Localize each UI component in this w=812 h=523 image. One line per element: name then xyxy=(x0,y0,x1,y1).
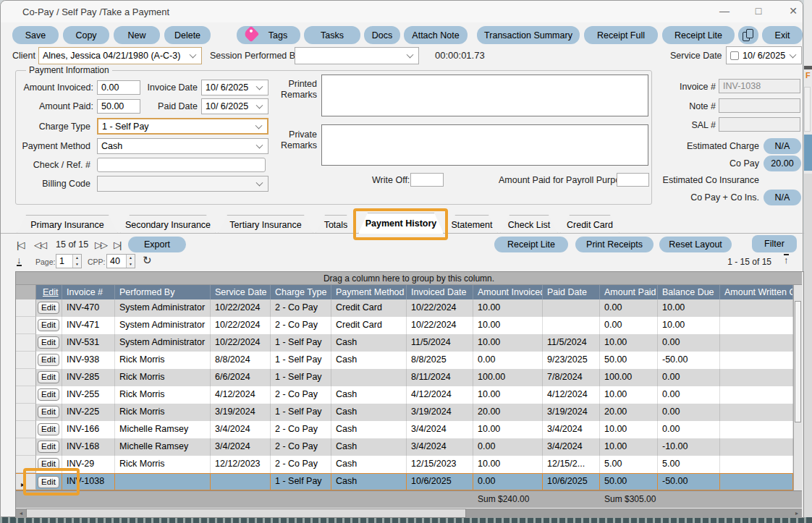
download-icon[interactable]: ↓ xyxy=(17,255,22,266)
column-header-amount-paid[interactable]: Amount Paid xyxy=(600,285,658,299)
page-spinner[interactable]: 1 ▲▼ xyxy=(56,254,82,268)
printed-remarks-textarea[interactable] xyxy=(321,75,648,116)
edit-button[interactable]: Edit xyxy=(38,319,59,331)
write-off-input[interactable] xyxy=(410,173,444,187)
previous-record-icon[interactable]: ◁◁ xyxy=(34,239,46,250)
vertical-scrollbar-thumb[interactable] xyxy=(795,301,801,422)
payment-method-combobox[interactable]: Cash xyxy=(97,138,268,154)
edit-button[interactable]: Edit xyxy=(38,371,59,383)
tab-statement[interactable]: Statement xyxy=(446,215,498,234)
group-by-hint[interactable]: Drag a column here to group by this colu… xyxy=(16,272,802,285)
column-header-invoice-[interactable]: Invoice # xyxy=(62,285,115,299)
grid-row-INV-938[interactable]: EditINV-938Rick Morris8/8/20241 - Self P… xyxy=(16,352,793,369)
grid-row-INV-1038[interactable]: ▸EditINV-10381 - Self PayCash10/6/20250.… xyxy=(16,473,793,490)
next-record-icon[interactable]: ▷▷ xyxy=(95,239,106,250)
receipt-full-button[interactable]: Receipt Full xyxy=(584,26,658,44)
transaction-summary-button[interactable]: Transaction Summary xyxy=(477,26,580,44)
attach-note-button[interactable]: Attach Note xyxy=(404,26,468,44)
last-record-icon[interactable]: ▷| xyxy=(114,239,120,250)
column-header-paid-date[interactable]: Paid Date xyxy=(543,285,600,299)
tab-credit-card[interactable]: Credit Card xyxy=(560,215,619,234)
close-button[interactable]: ✕ xyxy=(782,5,804,17)
grid-row-INV-168[interactable]: EditINV-168Michelle Ramsey3/4/20242 - Co… xyxy=(16,438,793,456)
check-ref-input[interactable] xyxy=(97,158,266,172)
grid-row-INV-531[interactable]: EditINV-531System Administrator10/22/202… xyxy=(16,334,793,352)
horizontal-scrollbar-thumb[interactable] xyxy=(26,509,466,518)
tab-primary-insurance[interactable]: Primary Insurance xyxy=(17,215,118,234)
payroll-amount-input[interactable] xyxy=(617,173,649,187)
paid-date-picker[interactable]: 10/ 6/2025 xyxy=(201,98,268,114)
grid-row-INV-255[interactable]: EditINV-255Rick Morris4/12/20242 - Co Pa… xyxy=(16,386,793,404)
horizontal-scrollbar[interactable]: ◂ ▸ xyxy=(16,509,802,518)
first-record-icon[interactable]: |◁ xyxy=(17,239,23,250)
refresh-icon[interactable]: ↻ xyxy=(143,254,152,267)
new-button[interactable]: New xyxy=(114,26,160,44)
co-pay-badge[interactable]: 20.00 xyxy=(764,156,801,171)
edit-button[interactable]: Edit xyxy=(38,423,59,435)
page-spinner-arrows[interactable]: ▲▼ xyxy=(72,255,81,268)
billing-code-combobox[interactable] xyxy=(97,176,268,192)
edit-button[interactable]: Edit xyxy=(38,476,59,488)
vertical-scrollbar[interactable] xyxy=(793,285,802,490)
service-date-checkbox[interactable] xyxy=(730,51,739,60)
tab-secondary-insurance[interactable]: Secondary Insurance xyxy=(120,215,216,234)
cpp-spinner-arrows[interactable]: ▲▼ xyxy=(126,255,135,268)
tab-check-list[interactable]: Check List xyxy=(500,215,558,234)
tab-tertiary-insurance[interactable]: Tertiary Insurance xyxy=(218,215,313,234)
hscroll-right-icon[interactable]: ▸ xyxy=(792,509,802,518)
tab-totals[interactable]: Totals xyxy=(316,215,356,234)
reset-layout-button[interactable]: Reset Layout xyxy=(659,237,732,252)
docs-button[interactable]: Docs xyxy=(364,26,400,44)
delete-button[interactable]: Delete xyxy=(164,26,211,44)
column-header-amount-invoiced[interactable]: Amount Invoiced xyxy=(473,285,543,299)
edit-button[interactable]: Edit xyxy=(38,336,59,349)
tasks-button[interactable]: Tasks xyxy=(304,26,360,44)
print-receipts-button[interactable]: Print Receipts xyxy=(575,237,654,252)
service-date-picker[interactable]: 10/ 6/2025 xyxy=(726,46,802,64)
edit-button[interactable]: Edit xyxy=(38,302,59,314)
column-header-charge-type[interactable]: Charge Type xyxy=(271,285,331,299)
grid-row-INV-166[interactable]: EditINV-166Michelle Ramsey3/4/20242 - Co… xyxy=(16,421,793,438)
save-button[interactable]: Save xyxy=(12,26,59,44)
amount-paid-input[interactable]: 50.00 xyxy=(97,99,140,114)
grid-row-INV-471[interactable]: EditINV-471System Administrator10/22/202… xyxy=(16,317,793,334)
grid-row-INV-29[interactable]: EditINV-29Rick Morris12/12/20232 - Co Pa… xyxy=(16,456,793,473)
tags-button[interactable]: Tags xyxy=(237,26,300,44)
column-header-balance-due[interactable]: Balance Due xyxy=(658,285,720,299)
column-header-edit[interactable]: Edit xyxy=(36,285,62,299)
receipt-lite-button[interactable]: Receipt Lite xyxy=(662,26,735,44)
estimated-charge-badge[interactable]: N/A xyxy=(764,138,801,154)
session-performed-by-combobox[interactable] xyxy=(295,47,419,64)
edit-button[interactable]: Edit xyxy=(38,458,59,470)
grid-receipt-lite-button[interactable]: Receipt Lite xyxy=(494,237,568,252)
exit-button[interactable]: Exit xyxy=(762,26,803,44)
edit-button[interactable]: Edit xyxy=(38,388,59,401)
charge-type-combobox[interactable]: 1 - Self Pay xyxy=(97,118,268,135)
minimize-button[interactable]: — xyxy=(714,5,735,17)
client-combobox[interactable]: Alnes, Jessica 04/21/1980 (A-C-3) xyxy=(38,47,202,64)
maximize-button[interactable]: □ xyxy=(748,5,769,17)
column-header-invoiced-date[interactable]: Invoiced Date xyxy=(407,285,473,299)
tab-payment-history[interactable]: Payment History xyxy=(358,213,444,234)
edit-button[interactable]: Edit xyxy=(38,441,59,453)
cpp-spinner[interactable]: 40 ▲▼ xyxy=(106,254,135,268)
edit-button[interactable]: Edit xyxy=(38,406,59,418)
private-remarks-textarea[interactable] xyxy=(321,124,648,166)
column-header-amount-written-off[interactable]: Amount Written Off xyxy=(720,285,793,299)
hscroll-left-icon[interactable]: ◂ xyxy=(16,509,26,518)
column-header-service-date[interactable]: Service Date xyxy=(211,285,271,299)
grid-row-INV-470[interactable]: EditINV-470System Administrator10/22/202… xyxy=(16,299,793,317)
grid-row-INV-225[interactable]: EditINV-225Rick Morris3/19/20241 - Self … xyxy=(16,404,793,421)
filter-button[interactable]: Filter xyxy=(752,235,797,252)
invoice-date-picker[interactable]: 10/ 6/2025 xyxy=(201,80,268,95)
edit-button[interactable]: Edit xyxy=(38,354,59,366)
co-pay-co-ins-badge[interactable]: N/A xyxy=(764,190,801,205)
duplicate-pages-button[interactable] xyxy=(738,26,758,44)
grid-row-INV-285[interactable]: EditINV-285Rick Morris6/6/20241 - Self P… xyxy=(16,369,793,386)
copy-button[interactable]: Copy xyxy=(63,26,109,44)
scroll-to-top-icon[interactable]: ↑ xyxy=(784,254,789,265)
column-header-payment-method[interactable]: Payment Method xyxy=(331,285,407,299)
column-header-performed-by[interactable]: Performed By xyxy=(115,285,211,299)
amount-invoiced-input[interactable]: 0.00 xyxy=(97,80,140,95)
export-button[interactable]: Export xyxy=(128,237,186,252)
